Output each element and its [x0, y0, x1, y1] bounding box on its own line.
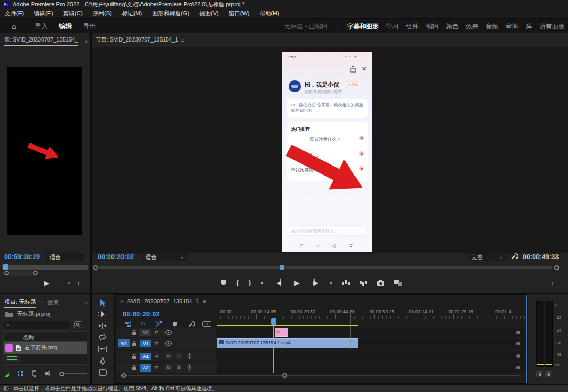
program-playhead[interactable]	[280, 265, 284, 270]
timeline-settings-wrench-icon[interactable]	[188, 321, 195, 328]
zoom-slider[interactable]	[59, 372, 87, 376]
panel-menu-icon[interactable]: ≡	[181, 37, 184, 43]
nav-recent-icon[interactable]: □	[300, 243, 303, 249]
program-zoom-handle-right[interactable]	[554, 265, 559, 270]
track-target-v1[interactable]: V1	[140, 340, 151, 347]
share-icon[interactable]	[350, 66, 357, 73]
mark-out-icon[interactable]: }	[249, 279, 251, 286]
track-visibility-eye-icon[interactable]	[165, 341, 172, 346]
label-color-chip[interactable]	[5, 344, 13, 352]
menu-clip[interactable]: 剪辑(C)	[63, 9, 83, 17]
add-marker-icon[interactable]	[221, 280, 226, 286]
source-play-button[interactable]: ▶	[44, 279, 49, 287]
source-more-buttons-icon[interactable]: »	[67, 279, 70, 286]
solo-left-button[interactable]: S	[536, 371, 543, 377]
source-patch-v1[interactable]: V1	[118, 339, 130, 347]
mute-button[interactable]: M	[165, 364, 172, 370]
comparison-view-icon[interactable]	[394, 280, 402, 286]
ripple-edit-tool[interactable]	[92, 323, 114, 329]
selection-tool[interactable]	[92, 298, 114, 307]
close-icon[interactable]: ×	[362, 65, 366, 73]
panel-menu-icon[interactable]: ≡	[203, 298, 206, 304]
workspace-assembly[interactable]: 组件	[406, 22, 419, 31]
program-tab[interactable]: 节目: SVID_20230707_135154_1	[96, 36, 178, 44]
hot-item-1-icon[interactable]	[359, 136, 364, 140]
track-lane-v2[interactable]: fx	[217, 328, 526, 337]
linked-selection-icon[interactable]	[155, 321, 163, 327]
source-zoom-select[interactable]: 适合	[46, 253, 84, 261]
menu-help[interactable]: 帮助(H)	[259, 9, 279, 17]
nest-insert-icon[interactable]	[125, 321, 132, 327]
track-scroll-handle[interactable]	[516, 331, 520, 334]
workspace-learning[interactable]: 学习	[386, 22, 399, 31]
export-frame-icon[interactable]	[377, 280, 384, 286]
project-search-input[interactable]: ⌕	[3, 321, 70, 329]
solo-button[interactable]: S	[176, 353, 182, 359]
lift-icon[interactable]	[342, 280, 350, 286]
lock-icon[interactable]	[131, 353, 137, 359]
timeline-timecode[interactable]: 00:00:20:02	[123, 310, 160, 318]
track-visibility-eye-icon[interactable]	[165, 330, 172, 335]
workspace-all-panels[interactable]: 所有面板	[540, 22, 565, 31]
step-forward-icon[interactable]: ▕▶	[310, 279, 317, 286]
track-target-a2[interactable]: A2	[140, 364, 151, 372]
clip-v2-png[interactable]: fx	[275, 328, 288, 337]
track-lane-a1[interactable]	[217, 351, 526, 361]
mark-in-icon[interactable]: {	[236, 279, 239, 286]
source-video-area[interactable]	[7, 67, 82, 235]
chat-input[interactable]: 告诉小优你想问些什么…	[287, 225, 368, 236]
nav-keyboard-icon[interactable]	[348, 244, 354, 248]
track-lane-v1[interactable]: SVID 20230707 135154 1.mp4	[217, 338, 526, 349]
project-bin-row[interactable]: 无标题.prproj	[5, 310, 50, 318]
workspace-libraries[interactable]: 库	[526, 22, 532, 31]
hscroll-handle-left[interactable]	[121, 373, 126, 378]
icon-view-icon[interactable]	[32, 370, 36, 377]
mode-edit[interactable]: 编辑	[59, 22, 72, 31]
step-back-icon[interactable]: ◀▏	[276, 279, 283, 286]
mute-button[interactable]: M	[165, 353, 172, 359]
clip-v1-video[interactable]: SVID 20230707 135154 1.mp4	[217, 338, 358, 348]
menu-markers[interactable]: 标记(M)	[122, 9, 143, 17]
lock-icon[interactable]	[131, 365, 137, 370]
captions-icon[interactable]: CC	[202, 321, 211, 327]
settings-wrench-icon[interactable]	[511, 253, 518, 260]
menu-graphics[interactable]: 图形和标题(G)	[152, 9, 189, 17]
extract-icon[interactable]	[360, 280, 367, 286]
list-item-partial[interactable]	[5, 355, 20, 362]
close-tab-icon[interactable]: ×	[120, 298, 123, 304]
name-column-header[interactable]: 名称	[23, 334, 34, 342]
menu-file[interactable]: 文件(F)	[5, 9, 24, 17]
voiceover-mic-icon[interactable]	[187, 353, 192, 359]
sync-lock-icon[interactable]: ⇄	[155, 365, 159, 370]
panel-overflow-icon[interactable]: »	[85, 38, 87, 44]
lock-icon[interactable]	[131, 329, 137, 335]
lock-icon[interactable]	[131, 341, 137, 346]
workspace-effects[interactable]: 效果	[466, 22, 479, 31]
track-scroll-handle[interactable]	[516, 342, 520, 345]
track-target-v2[interactable]: V2	[140, 329, 151, 336]
hscroll-handle-right[interactable]	[282, 373, 287, 378]
source-timecode[interactable]: 00:59:38:29	[4, 253, 40, 261]
workspace-color[interactable]: 颜色	[446, 22, 459, 31]
filter-bin-icon[interactable]	[74, 321, 82, 328]
project-writable-icon[interactable]	[4, 370, 9, 377]
program-scrub-bar[interactable]	[99, 266, 552, 269]
pen-tool[interactable]	[92, 357, 114, 365]
program-zoom-handle-left[interactable]	[93, 265, 98, 270]
menu-sequence[interactable]: 序列(S)	[93, 9, 112, 17]
go-to-in-icon[interactable]: ⇤	[261, 279, 266, 286]
program-quality-select[interactable]: 完整 ⌄	[468, 253, 506, 261]
razor-tool[interactable]	[92, 334, 114, 341]
project-tab-menu-icon[interactable]: ≡	[40, 300, 43, 306]
snap-magnet-icon[interactable]: ∩	[140, 319, 145, 327]
nav-back-icon[interactable]: ◁	[332, 243, 336, 249]
sync-lock-icon[interactable]: ⇄	[155, 353, 159, 358]
menu-edit[interactable]: 编辑(E)	[34, 9, 53, 17]
source-zoom-scrollbar[interactable]	[6, 271, 36, 276]
hot-item-1[interactable]: 应该注意什么？	[310, 137, 341, 143]
program-video-area[interactable]: 1:52 ◔ ᯅ ▮ × Hi，我是小优 内测版 你的专属购物小助手 Hi，静心…	[92, 47, 568, 253]
add-marker-icon[interactable]	[172, 321, 177, 327]
go-to-out-icon[interactable]: ⇥	[327, 279, 332, 286]
nav-home-icon[interactable]: ○	[316, 243, 319, 249]
track-scroll-handle[interactable]	[516, 366, 520, 369]
